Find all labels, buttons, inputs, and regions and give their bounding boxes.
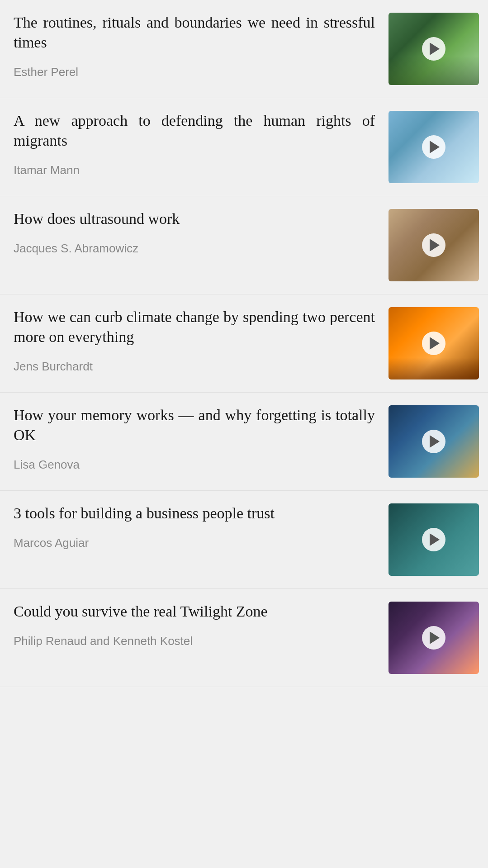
item-title: How we can curb climate change by spendi…: [14, 307, 375, 347]
play-icon: [430, 239, 440, 251]
item-title: Could you survive the real Twilight Zone: [14, 602, 375, 621]
item-thumbnail[interactable]: [389, 405, 479, 478]
list-item[interactable]: How does ultrasound workJacques S. Abram…: [0, 196, 488, 294]
play-icon: [430, 533, 440, 546]
item-title: 3 tools for building a business people t…: [14, 503, 375, 523]
list-item[interactable]: A new approach to defending the human ri…: [0, 98, 488, 196]
play-button[interactable]: [422, 135, 445, 159]
thumbnail-background: [389, 209, 479, 281]
play-icon: [430, 141, 440, 153]
video-list: The routines, rituals and boundaries we …: [0, 0, 488, 687]
item-content: The routines, rituals and boundaries we …: [14, 13, 379, 79]
item-title: The routines, rituals and boundaries we …: [14, 13, 375, 52]
item-content: How does ultrasound workJacques S. Abram…: [14, 209, 379, 256]
item-thumbnail[interactable]: [389, 307, 479, 379]
item-author: Jens Burchardt: [14, 360, 375, 374]
play-icon: [430, 631, 440, 644]
thumbnail-background: [389, 307, 479, 379]
item-author: Itamar Mann: [14, 163, 375, 177]
item-content: Could you survive the real Twilight Zone…: [14, 602, 379, 648]
item-content: How your memory works — and why forgetti…: [14, 405, 379, 472]
thumbnail-background: [389, 13, 479, 85]
list-item[interactable]: 3 tools for building a business people t…: [0, 491, 488, 589]
play-icon: [430, 43, 440, 55]
item-thumbnail[interactable]: [389, 503, 479, 576]
list-item[interactable]: Could you survive the real Twilight Zone…: [0, 589, 488, 687]
item-author: Esther Perel: [14, 65, 375, 79]
list-item[interactable]: How we can curb climate change by spendi…: [0, 294, 488, 393]
thumbnail-background: [389, 503, 479, 576]
item-author: Jacques S. Abramowicz: [14, 242, 375, 256]
play-icon: [430, 337, 440, 350]
item-thumbnail[interactable]: [389, 602, 479, 674]
play-button[interactable]: [422, 37, 445, 61]
item-title: How does ultrasound work: [14, 209, 375, 229]
play-button[interactable]: [422, 233, 445, 257]
thumbnail-background: [389, 602, 479, 674]
item-thumbnail[interactable]: [389, 111, 479, 183]
play-button[interactable]: [422, 430, 445, 453]
play-icon: [430, 435, 440, 448]
item-title: How your memory works — and why forgetti…: [14, 405, 375, 445]
item-content: 3 tools for building a business people t…: [14, 503, 379, 550]
item-title: A new approach to defending the human ri…: [14, 111, 375, 151]
list-item[interactable]: How your memory works — and why forgetti…: [0, 393, 488, 491]
item-thumbnail[interactable]: [389, 13, 479, 85]
item-author: Marcos Aguiar: [14, 536, 375, 550]
list-item[interactable]: The routines, rituals and boundaries we …: [0, 0, 488, 98]
item-content: How we can curb climate change by spendi…: [14, 307, 379, 374]
thumbnail-background: [389, 111, 479, 183]
item-thumbnail[interactable]: [389, 209, 479, 281]
play-button[interactable]: [422, 626, 445, 650]
item-content: A new approach to defending the human ri…: [14, 111, 379, 177]
play-button[interactable]: [422, 528, 445, 551]
item-author: Philip Renaud and Kenneth Kostel: [14, 634, 375, 648]
thumbnail-background: [389, 405, 479, 478]
item-author: Lisa Genova: [14, 458, 375, 472]
play-button[interactable]: [422, 332, 445, 355]
